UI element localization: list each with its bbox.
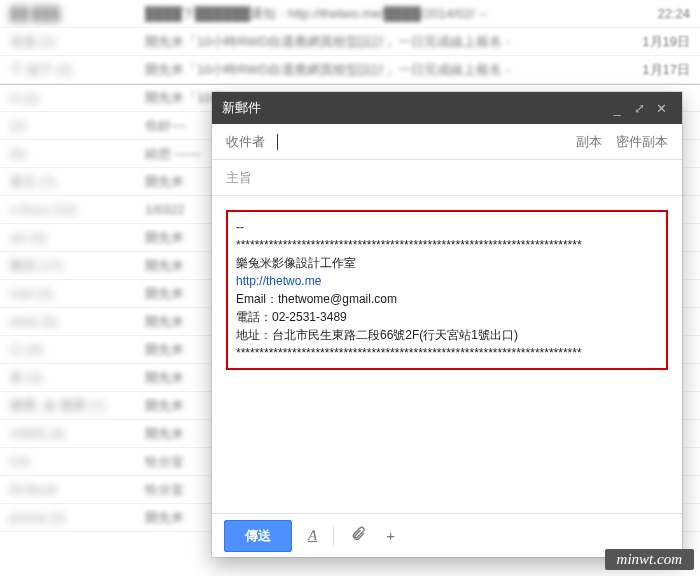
row-sender: miel (2): [0, 286, 145, 301]
row-date: 22:24: [630, 6, 690, 21]
inbox-row[interactable]: 智逢 (2)開先米「10小時RWD自適應網頁校型設計」一日完成線上報名 -1月1…: [0, 28, 700, 56]
signature-stars: ****************************************…: [236, 236, 658, 254]
insert-icon[interactable]: +: [382, 523, 399, 548]
signature-name: 樂兔米影像設計工作室: [236, 254, 658, 272]
row-sender: ██ ███: [0, 6, 145, 21]
attach-icon[interactable]: [346, 522, 370, 549]
row-sender: 團習 (17): [0, 257, 145, 275]
compose-title: 新郵件: [222, 99, 606, 117]
watermark: minwt.com: [605, 549, 694, 570]
row-sender: (2): [0, 118, 145, 133]
bcc-link[interactable]: 密件副本: [616, 133, 668, 151]
compose-body[interactable]: -- *************************************…: [212, 196, 682, 513]
row-sender: 堇芷 (7): [0, 173, 145, 191]
row-subject: ████下██████通知 - http://thetwo.me/████/20…: [145, 5, 630, 23]
text-cursor: [277, 134, 278, 150]
send-button[interactable]: 傳送: [224, 520, 292, 552]
recipients-field[interactable]: 收件者 副本 密件副本: [212, 124, 682, 160]
row-date: 1月19日: [630, 33, 690, 51]
row-sender: (5): [0, 146, 145, 161]
signature-phone: 電話：02-2531-3489: [236, 308, 658, 326]
row-sender: Chi: [0, 454, 145, 469]
close-icon[interactable]: ✕: [650, 101, 672, 116]
signature-url[interactable]: http://thetwo.me: [236, 274, 321, 288]
minimize-icon[interactable]: _: [606, 101, 628, 116]
row-sender: 寒 (3): [0, 369, 145, 387]
recipients-label: 收件者: [226, 133, 265, 151]
subject-input[interactable]: [226, 170, 668, 185]
row-sender: ECBsok: [0, 482, 145, 497]
row-sender: 千 姬子 (3): [0, 61, 145, 79]
signature-address: 地址：台北市民生東路二段66號2F(行天宮站1號出口): [236, 326, 658, 344]
cc-link[interactable]: 副本: [576, 133, 602, 151]
row-sender: 團曆, 逢 團曆 (7): [0, 397, 145, 415]
signature-sep: --: [236, 218, 658, 236]
row-sender: vNMS (4): [0, 426, 145, 441]
row-sender: phone (2): [0, 510, 145, 525]
row-sender: 智逢 (2): [0, 33, 145, 51]
row-sender: H (2): [0, 91, 145, 106]
signature-block: -- *************************************…: [226, 210, 668, 370]
compose-header[interactable]: 新郵件 _ ⤢ ✕: [212, 92, 682, 124]
compose-window: 新郵件 _ ⤢ ✕ 收件者 副本 密件副本 -- ***************…: [212, 92, 682, 557]
row-sender: 口 (9): [0, 341, 145, 359]
expand-icon[interactable]: ⤢: [628, 101, 650, 116]
format-icon[interactable]: A: [304, 523, 321, 548]
row-sender: s Docs (12): [0, 202, 145, 217]
row-sender: sts (5): [0, 230, 145, 245]
row-subject: 開先米「10小時RWD自適應網頁校型設計」一日完成線上報名 -: [145, 61, 630, 79]
inbox-row[interactable]: ██ ███████下██████通知 - http://thetwo.me/█…: [0, 0, 700, 28]
inbox-row[interactable]: 千 姬子 (3)開先米「10小時RWD自適應網頁校型設計」一日完成線上報名 -1…: [0, 56, 700, 84]
toolbar-separator: [333, 526, 334, 546]
signature-stars2: ****************************************…: [236, 344, 658, 362]
row-subject: 開先米「10小時RWD自適應網頁校型設計」一日完成線上報名 -: [145, 33, 630, 51]
subject-field[interactable]: [212, 160, 682, 196]
row-sender: drew (5): [0, 314, 145, 329]
signature-email: Email：thetwome@gmail.com: [236, 290, 658, 308]
row-date: 1月17日: [630, 61, 690, 79]
